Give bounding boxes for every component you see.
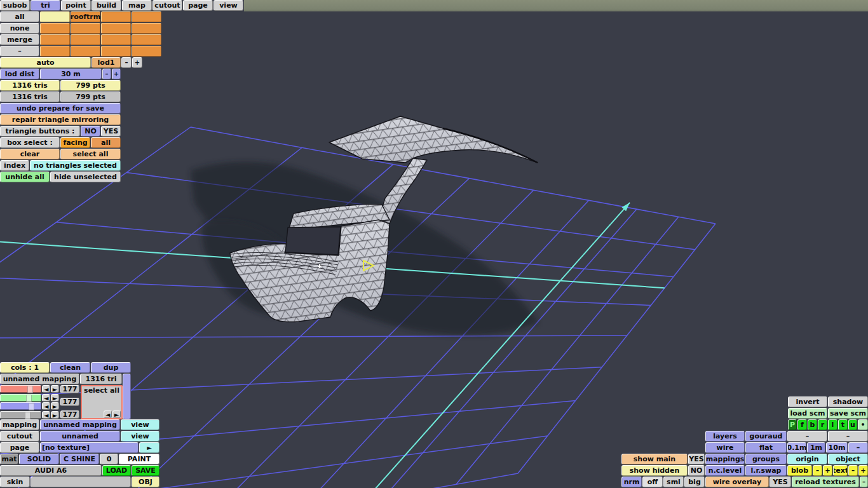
subobj-cell[interactable] (40, 23, 70, 34)
grid-1m-button[interactable]: 1m (807, 442, 825, 453)
dash-button-1[interactable]: – (787, 431, 827, 442)
groups-button[interactable]: groups (745, 454, 787, 464)
load-scm-button[interactable]: load scm (788, 408, 827, 419)
nrm-off-button[interactable]: off (642, 477, 663, 487)
index-button[interactable]: index (0, 160, 29, 171)
green-dec-button[interactable]: ◄ (42, 394, 50, 402)
wire-overlay-toggle[interactable]: YES (770, 477, 791, 487)
color-prev-button[interactable]: ◄ (104, 410, 112, 418)
box-select-all[interactable]: all (91, 137, 121, 148)
text-plus-button[interactable]: + (858, 465, 868, 476)
lod-plus-button[interactable]: + (132, 57, 142, 68)
view-dot-button[interactable]: • (858, 419, 868, 430)
mat-cshine-button[interactable]: C SHINE (60, 454, 99, 464)
box-select-facing[interactable]: facing (60, 137, 90, 148)
red-dec-button[interactable]: ◄ (42, 385, 50, 393)
show-hidden-button[interactable]: show hidden (621, 465, 688, 476)
wire-button[interactable]: wire (705, 442, 745, 453)
page-row-value[interactable]: [no texture] (40, 442, 139, 453)
load-button[interactable]: LOAD (102, 465, 131, 476)
nrm-big-button[interactable]: big (684, 477, 705, 487)
tab-build[interactable]: build (92, 0, 121, 11)
mappings-button[interactable]: mappings (705, 454, 745, 464)
mat-zero-button[interactable]: 0 (100, 454, 118, 464)
gray-dec-button[interactable]: ◄ (42, 411, 50, 419)
view-right-button[interactable]: r (818, 419, 827, 430)
reload-textures-button[interactable]: reload textures (792, 477, 859, 487)
lod-minus-button[interactable]: – (121, 57, 132, 68)
tab-subob[interactable]: subob (0, 0, 30, 11)
subobj-cell[interactable] (101, 11, 131, 22)
blob-plus-button[interactable]: + (823, 465, 832, 476)
subobj-cell[interactable] (101, 23, 131, 34)
subobj-cell[interactable] (132, 46, 161, 57)
save-scm-button[interactable]: save scm (828, 408, 868, 419)
subobj-cell[interactable] (132, 34, 161, 45)
green-inc-button[interactable]: ► (51, 394, 59, 402)
mat-paint-button[interactable]: PAINT (119, 454, 159, 464)
show-main-button[interactable]: show main (621, 454, 688, 464)
blob-minus-button[interactable]: – (813, 465, 822, 476)
tab-point[interactable]: point (61, 0, 91, 11)
nclevel-button[interactable]: n.c.level (705, 465, 745, 476)
dup-button[interactable]: dup (91, 362, 131, 373)
unhide-all-button[interactable]: unhide all (0, 172, 50, 182)
grid-dash-button[interactable]: – (848, 442, 868, 453)
repair-mirroring-button[interactable]: repair triangle mirroring (0, 114, 121, 125)
mapping-name-display[interactable]: unnamed mapping (0, 374, 79, 384)
subobj-dash-button[interactable]: – (0, 46, 39, 57)
red-slider[interactable] (0, 385, 41, 393)
clear-selection-button[interactable]: clear (0, 149, 60, 159)
nrm-button[interactable]: nrm (621, 477, 642, 487)
clean-button[interactable]: clean (50, 362, 90, 373)
blue-inc-button[interactable]: ► (51, 402, 59, 410)
blob-button[interactable]: blob (787, 465, 812, 476)
subobj-cell-rooftrm[interactable]: rooftrm (71, 11, 100, 22)
lrswap-button[interactable]: l.r.swap (745, 465, 787, 476)
gray-inc-button[interactable]: ► (51, 411, 59, 419)
subobj-cell[interactable] (101, 46, 131, 57)
cols-count-button[interactable]: cols : 1 (0, 362, 50, 373)
subobj-cell[interactable] (71, 34, 100, 45)
subobj-cell[interactable] (132, 23, 161, 34)
view-top-button[interactable]: t (838, 419, 848, 430)
text-button[interactable]: text (833, 465, 848, 476)
color-list-scrollbar[interactable] (123, 374, 131, 419)
flat-button[interactable]: flat (745, 442, 787, 453)
wire-overlay-button[interactable]: wire overlay (705, 477, 769, 487)
origin-button[interactable]: origin (787, 454, 827, 464)
layers-button[interactable]: layers (705, 431, 745, 442)
page-next-button[interactable]: ► (139, 442, 159, 453)
subobj-cell[interactable] (101, 34, 131, 45)
triangle-buttons-yes[interactable]: YES (101, 126, 121, 137)
cutout-view-button[interactable]: view (121, 431, 159, 442)
tab-cutout[interactable]: cutout (153, 0, 182, 11)
object-button[interactable]: object (828, 454, 868, 464)
lod-dist-minus-button[interactable]: – (102, 69, 111, 79)
view-left-button[interactable]: l (828, 419, 837, 430)
dash-button-2[interactable]: – (828, 431, 868, 442)
subobj-cell[interactable] (71, 23, 100, 34)
subobj-merge-button[interactable]: merge (0, 34, 39, 45)
grid-10m-button[interactable]: 10m (826, 442, 848, 453)
gouraud-button[interactable]: gouraud (745, 431, 787, 442)
invert-button[interactable]: invert (788, 396, 827, 407)
mapping-row-value[interactable]: unnamed mapping (40, 419, 120, 430)
green-slider[interactable] (0, 394, 41, 402)
nrm-sml-button[interactable]: sml (663, 477, 684, 487)
undo-prepare-save-button[interactable]: undo prepare for save (0, 103, 121, 114)
obj-export-button[interactable]: OBJ (132, 477, 159, 487)
reload-dash-button[interactable]: – (860, 477, 868, 487)
tab-page[interactable]: page (183, 0, 213, 11)
tab-tri[interactable]: tri (31, 0, 60, 11)
blue-dec-button[interactable]: ◄ (42, 402, 50, 410)
grid-01m-button[interactable]: 0.1m (787, 442, 806, 453)
subobj-cell[interactable] (40, 34, 70, 45)
show-hidden-toggle[interactable]: NO (688, 465, 705, 476)
view-perspective-button[interactable]: P (788, 419, 797, 430)
tab-view[interactable]: view (214, 0, 243, 11)
color-next-button[interactable]: ► (112, 410, 121, 418)
lod-name-button[interactable]: lod1 (92, 57, 121, 68)
subobj-all-button[interactable]: all (0, 11, 39, 22)
gray-slider[interactable] (0, 411, 41, 419)
